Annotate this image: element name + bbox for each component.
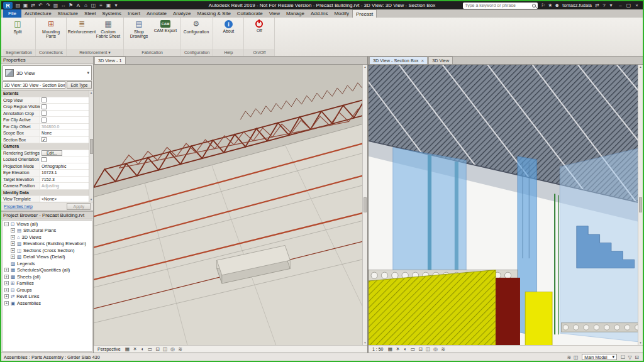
tree-item-structural-plans[interactable]: +▤Structural Plans [3,228,87,234]
tree-item-sections-cross-section[interactable]: +◫Sections (Cross Section) [3,247,87,254]
expand-icon[interactable]: + [4,294,9,299]
reveal-hidden-icon[interactable]: ◎ [433,346,439,352]
close-button[interactable]: × [633,3,641,8]
scale-perspective-label[interactable]: Perspective [96,346,123,352]
scrollbar-thumb[interactable] [364,197,367,212]
property-value[interactable] [40,117,89,123]
property-value[interactable]: Edit... [40,150,89,156]
view-tab-3d-view-section-box[interactable]: 3D View - Section Box × [369,57,428,64]
checkbox-crop-region-visible[interactable] [42,104,47,109]
file-menu-button[interactable]: File [3,9,21,18]
edit-type-button[interactable]: Edit Type [67,81,92,89]
ribbon-panel-name-on-off[interactable]: On/Off [244,49,274,56]
apply-button[interactable]: Apply [67,203,91,210]
ribbon-button-about[interactable]: iAbout [216,19,241,33]
customize-qat-icon[interactable]: ▾ [113,3,119,8]
section-icon[interactable]: ◫ [90,3,97,8]
sync-icon[interactable]: ⇄ [30,3,36,8]
scrollbar-thumb[interactable] [90,139,93,154]
ribbon-tab-collaborate[interactable]: Collaborate [234,9,266,18]
scroll-down-icon[interactable]: ▼ [364,341,366,344]
tree-item-legends[interactable]: ▨Legends [3,260,87,267]
ribbon-tab-architecture[interactable]: Architecture [21,9,55,18]
exchange-apps-icon[interactable]: ⇄ [594,3,601,8]
scroll-up-icon[interactable]: ▲ [90,91,92,94]
property-value[interactable] [40,97,89,104]
scroll-down-icon[interactable]: ▼ [90,198,92,201]
ribbon-tab-precast[interactable]: Precast [352,9,377,18]
ribbon-tab-manage[interactable]: Manage [283,9,308,18]
visual-style-icon[interactable]: ▦ [125,346,131,352]
expand-icon[interactable]: + [4,288,9,292]
ribbon-tab-steel[interactable]: Steel [81,9,99,18]
editable-only-checkbox[interactable]: ☐ [619,354,626,360]
right-view-canvas[interactable]: ▲ ▼ 1 : 50 ▦☀◐▭⊡◫◎≋ [369,65,643,353]
ribbon-tab-add-ins[interactable]: Add-Ins [308,9,331,18]
help-icon[interactable]: ? [601,3,608,8]
crop-view-icon[interactable]: ▭ [410,346,416,352]
ribbon-panel-name-help[interactable]: Help [213,49,243,56]
default-3d-view-icon[interactable]: ⌂ [82,3,89,8]
properties-header[interactable]: Properties [1,57,93,64]
temporary-hide-icon[interactable]: ◫ [162,346,169,352]
shadows-icon[interactable]: ◐ [402,346,409,352]
scroll-up-icon[interactable]: ▲ [364,65,366,69]
tree-item-assemblies[interactable]: +▣Assemblies [3,300,87,307]
crop-region-icon[interactable]: ⊡ [418,346,424,352]
thin-lines-icon[interactable]: ≡ [97,3,104,8]
redo-icon[interactable]: ↷ [45,3,52,8]
communication-center-icon[interactable]: ⚐ [540,3,547,8]
ribbon-button-split[interactable]: ◫Split [5,19,30,34]
ribbon-tab-massing-site[interactable]: Massing & Site [194,9,233,18]
select-toggle-icon[interactable]: ⊡ [633,354,640,360]
sign-in-icon[interactable]: ☻ [553,3,560,8]
expand-icon[interactable]: + [11,228,15,233]
ribbon-button-cam-export[interactable]: CAMCAM Export [153,19,178,33]
tree-item-families[interactable]: +⊞Families [3,280,87,287]
ribbon-panel-name-fabrication[interactable]: Fabrication [124,49,180,56]
tree-item-elevations-building-elevation[interactable]: +▥Elevations (Building Elevation) [3,241,87,248]
worksharing-display-icon[interactable]: ≋ [440,346,447,352]
collapse-icon[interactable]: − [4,222,9,226]
tree-item-schedules-quantities-all[interactable]: +▦Schedules/Quantities (all) [3,267,87,274]
visual-style-icon[interactable]: ▦ [387,346,394,352]
scroll-up-icon[interactable]: ▲ [639,65,641,69]
checkbox-annotation-crop[interactable] [42,111,47,116]
property-value[interactable]: Orthographic [40,163,89,170]
ribbon-button-reinforcement[interactable]: ≣Reinforcement [69,19,94,34]
tree-item-groups[interactable]: +⊟Groups [3,287,87,293]
temporary-hide-icon[interactable]: ◫ [425,346,431,352]
view-selector-combo[interactable]: 3D View: 3D View - Section Box ▾ [3,81,65,89]
left-view-vscrollbar[interactable]: ▲ ▼ [362,65,367,345]
property-value[interactable] [40,156,89,163]
chevron-down-icon[interactable]: ▾ [87,70,89,75]
crop-region-icon[interactable]: ⊡ [155,346,161,352]
tree-item-sheets-all[interactable]: +▩Sheets (all) [3,273,87,280]
ribbon-panel-name-connections[interactable]: Connections [36,49,66,56]
property-group-identity-data[interactable]: Identity Data [1,190,89,197]
property-group-camera[interactable]: Camera [1,143,89,150]
property-value[interactable]: 7152.3 [40,177,89,183]
checkbox-locked-orientation[interactable] [42,157,47,162]
ribbon-button-off[interactable]: Off [247,19,272,33]
ribbon-panel-name-segmentation[interactable]: Segmentation [3,49,35,56]
button-rendering-settings[interactable]: Edit... [42,150,62,156]
left-view-canvas[interactable]: ▲ ▼ Perspective ▦☀◐▭⊡◫◎≋ [94,65,367,353]
switch-windows-icon[interactable]: ▣ [105,3,112,8]
worksharing-display-icon[interactable]: ≋ [177,346,184,352]
tree-item-detail-views-detail[interactable]: +▧Detail Views (Detail) [3,254,87,261]
checkbox-crop-view[interactable] [42,97,47,102]
ribbon-tab-modify[interactable]: Modify [331,9,352,18]
scale-1-50-label[interactable]: 1 : 50 [370,346,386,352]
ribbon-panel-name-configuration[interactable]: Configuration [181,49,213,56]
expand-icon[interactable]: + [4,268,9,272]
crop-view-icon[interactable]: ▭ [147,346,153,352]
ribbon-tab-view[interactable]: View [266,9,283,18]
right-view-vscrollbar[interactable]: ▲ ▼ [638,65,643,345]
ribbon-tab-annotate[interactable]: Annotate [143,9,170,18]
expand-icon[interactable]: + [11,241,15,246]
tree-item-views-all[interactable]: −⊡Views (all) [3,221,87,228]
print-icon[interactable]: ▥ [52,3,59,8]
username[interactable]: tomasz.fudala [562,3,592,8]
ribbon-tab-structure[interactable]: Structure [55,9,81,18]
